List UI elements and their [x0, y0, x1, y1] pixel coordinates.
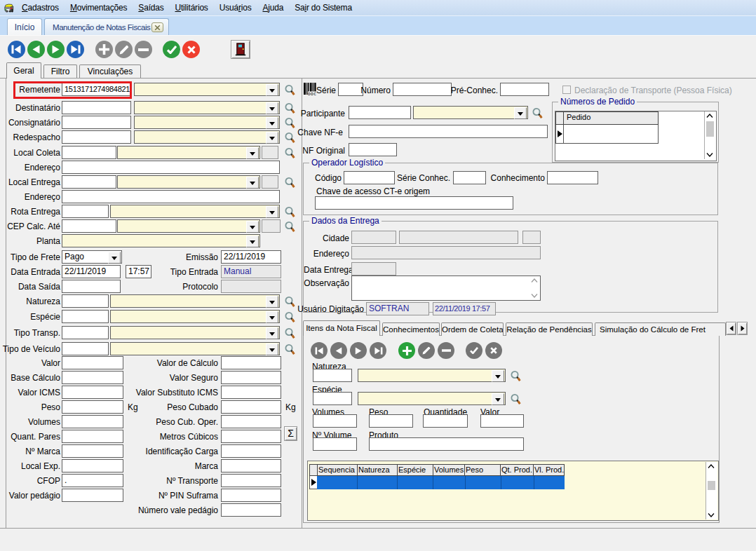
itens-grid-scrollbar[interactable] — [706, 462, 717, 519]
chevron-down-icon[interactable] — [492, 393, 504, 405]
tipo-veiculo-combo[interactable] — [110, 342, 280, 355]
participante-combo[interactable] — [413, 106, 528, 119]
delete-button[interactable] — [135, 41, 152, 58]
local-entrega-search-icon[interactable] — [284, 176, 296, 189]
valor-pedagio-input[interactable] — [62, 489, 123, 502]
pre-conhec-input[interactable] — [500, 83, 549, 96]
chevron-down-icon[interactable] — [266, 343, 278, 355]
cfop-input[interactable]: . — [62, 474, 123, 487]
rota-entrega-input[interactable] — [62, 205, 109, 218]
first-record-button[interactable] — [8, 41, 25, 58]
remetente-search-icon[interactable] — [284, 83, 296, 97]
tab-ordem-de-coleta[interactable]: Ordem de Coleta — [441, 322, 504, 336]
valor-subst-icms-input[interactable] — [221, 386, 281, 399]
menu-item-saidas[interactable]: Saídas — [133, 0, 169, 16]
menu-item-ajuda[interactable]: Ajuda — [257, 0, 289, 16]
volumes-input[interactable] — [62, 415, 123, 428]
peso-cubado-input[interactable] — [221, 400, 281, 414]
marca-input[interactable] — [221, 459, 281, 472]
chevron-down-icon[interactable] — [108, 252, 121, 264]
endereco-coleta-input[interactable] — [62, 161, 280, 174]
n-transporte-input[interactable] — [221, 474, 281, 487]
valor-calculo-input[interactable] — [221, 356, 281, 369]
participante-search-icon[interactable] — [532, 107, 544, 120]
menu-item-sair-do-sistema[interactable]: Sair do Sistema — [289, 0, 358, 16]
col-volumes[interactable]: Volumes — [433, 464, 465, 476]
rota-entrega-search-icon[interactable] — [284, 205, 296, 219]
chave-cte-input[interactable] — [315, 196, 513, 210]
itens-grid[interactable]: Sequencia Natureza Espécie Volumes Peso … — [307, 461, 719, 521]
itens-natureza-search-icon[interactable] — [510, 369, 522, 383]
tipo-transp-input[interactable] — [62, 326, 109, 339]
local-exp-input[interactable] — [62, 459, 123, 472]
codigo-input[interactable] — [344, 171, 395, 184]
itens-selected-row[interactable] — [317, 475, 565, 489]
col-qt-prod[interactable]: Qt. Prod. — [500, 464, 534, 476]
last-record-button[interactable] — [67, 41, 84, 58]
close-icon[interactable] — [151, 22, 163, 32]
chevron-down-icon[interactable] — [266, 311, 278, 323]
itens-next-button[interactable] — [350, 342, 367, 359]
scroll-down-icon[interactable] — [531, 294, 538, 298]
chevron-down-icon[interactable] — [266, 327, 278, 339]
menu-item-utilitarios[interactable]: Utilitários — [170, 0, 214, 16]
chevron-down-icon[interactable] — [246, 147, 259, 159]
previous-record-button[interactable] — [27, 41, 45, 58]
local-entrega-combo[interactable] — [117, 175, 260, 189]
consignatario-combo[interactable] — [134, 116, 280, 129]
scrollbar-thumb[interactable] — [708, 481, 715, 490]
pedido-row-cell[interactable] — [563, 124, 659, 144]
col-vl-prod[interactable]: Vl. Prod. — [533, 464, 565, 476]
n-marca-input[interactable] — [62, 444, 123, 458]
data-saida-input[interactable] — [62, 280, 121, 293]
quant-pares-input[interactable] — [62, 430, 123, 443]
col-natureza[interactable]: Natureza — [357, 464, 398, 476]
peso-cub-oper-input[interactable] — [221, 415, 281, 428]
tab-filtro[interactable]: Filtro — [43, 64, 77, 79]
tab-conhecimentos[interactable]: Conhecimentos — [382, 322, 440, 336]
natureza-combo[interactable] — [110, 294, 280, 308]
destinatario-input[interactable] — [62, 101, 131, 114]
tab-simulacao-calculo-frete[interactable]: Simulação do Cálculo de Fret — [595, 322, 726, 336]
next-record-button[interactable] — [47, 41, 65, 58]
tipo-transp-combo[interactable] — [110, 326, 280, 339]
chevron-down-icon[interactable] — [492, 370, 504, 382]
scroll-up-icon[interactable] — [706, 114, 713, 118]
emissao-input[interactable]: 22/11/2019 — [221, 250, 281, 264]
conhecimento-input[interactable] — [547, 171, 598, 184]
itens-peso-input[interactable] — [369, 414, 413, 428]
tipo-frete-combo[interactable]: Pago — [62, 250, 122, 264]
confirm-button[interactable] — [163, 41, 180, 58]
local-entrega-input[interactable] — [62, 175, 116, 189]
scroll-up-icon[interactable] — [708, 464, 715, 468]
itens-especie-input[interactable] — [313, 392, 352, 405]
itens-quantidade-input[interactable] — [423, 414, 468, 428]
consignatario-input[interactable] — [62, 116, 131, 129]
tipo-transp-search-icon[interactable] — [284, 327, 296, 340]
itens-last-button[interactable] — [370, 342, 386, 359]
tab-relacao-de-pendencias[interactable]: Relação de Pendências — [506, 322, 593, 336]
endereco-entrega-input[interactable] — [62, 190, 280, 203]
nf-original-input[interactable] — [349, 143, 397, 156]
chevron-down-icon[interactable] — [266, 132, 278, 144]
tab-inicio[interactable]: Início — [7, 18, 42, 36]
itens-first-button[interactable] — [311, 342, 328, 359]
itens-especie-combo[interactable] — [358, 392, 506, 405]
especie-combo[interactable] — [110, 310, 280, 323]
tab-vinculacoes[interactable]: Vinculações — [79, 64, 141, 79]
planta-combo[interactable] — [62, 234, 260, 247]
itens-previous-button[interactable] — [330, 342, 347, 359]
participante-input[interactable] — [349, 106, 411, 119]
menu-item-movimentacoes[interactable]: Movimentações — [65, 0, 133, 16]
chevron-down-icon[interactable] — [266, 206, 278, 218]
valor-seguro-input[interactable] — [221, 371, 281, 384]
tab-scroll-right-button[interactable] — [737, 322, 748, 335]
cep-calc-ate-input[interactable] — [62, 219, 116, 233]
redespacho-combo[interactable] — [134, 130, 280, 144]
observacao-textarea[interactable] — [351, 276, 541, 301]
local-coleta-combo[interactable] — [117, 146, 260, 159]
tab-geral[interactable]: Geral — [6, 62, 41, 79]
rota-entrega-combo[interactable] — [110, 205, 280, 218]
natureza-input[interactable] — [62, 294, 109, 308]
chevron-down-icon[interactable] — [514, 107, 527, 119]
